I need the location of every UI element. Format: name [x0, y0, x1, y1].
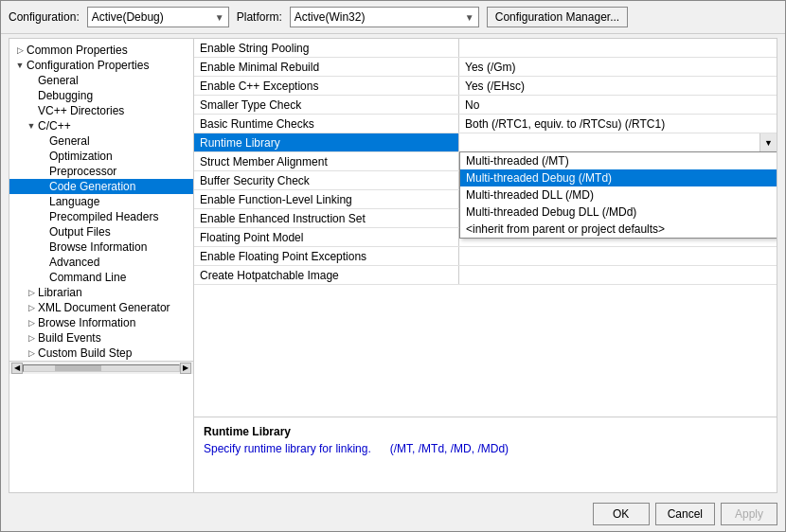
tree-item-common-props[interactable]: ▷Common Properties	[9, 43, 193, 58]
tree-panel: ▷Common Properties▼Configuration Propert…	[9, 39, 194, 492]
ok-button[interactable]: OK	[593, 503, 650, 525]
platform-combo[interactable]: Active(Win32) ▼	[290, 7, 479, 27]
apply-button[interactable]: Apply	[721, 503, 777, 525]
tree-item-custom-build[interactable]: ▷Custom Build Step	[9, 346, 193, 361]
tree-item-code-gen[interactable]: Code Generation	[9, 179, 193, 194]
expand-icon-browse-info: ▷	[25, 316, 38, 329]
prop-name-12: Create Hotpatchable Image	[194, 266, 459, 284]
prop-name-1: Enable Minimal Rebuild	[194, 58, 459, 76]
expand-icon-debugging	[25, 89, 38, 102]
bottom-bar: OK Cancel Apply	[1, 497, 785, 531]
tree-container: ▷Common Properties▼Configuration Propert…	[9, 43, 193, 361]
platform-arrow-icon: ▼	[465, 12, 474, 23]
tree-label-cpp: C/C++	[38, 119, 71, 133]
prop-value-1: Yes (/Gm)	[459, 58, 777, 76]
tree-label-browse-info-sub: Browse Information	[49, 240, 147, 254]
expand-icon-vc-dirs	[25, 104, 38, 117]
prop-row-3[interactable]: Smaller Type CheckNo	[194, 96, 777, 115]
tree-item-optimization[interactable]: Optimization	[9, 149, 193, 164]
prop-name-10: Floating Point Model	[194, 228, 459, 246]
tree-item-general[interactable]: General	[9, 73, 193, 88]
tree-item-xml-doc[interactable]: ▷XML Document Generator	[9, 300, 193, 315]
tree-label-preprocessor: Preprocessor	[49, 165, 116, 178]
tree-item-preprocessor[interactable]: Preprocessor	[9, 164, 193, 179]
scrollbar-track	[23, 364, 180, 372]
dropdown-option-1[interactable]: Multi-threaded Debug (/MTd)	[460, 169, 777, 186]
properties-table: Enable String PoolingEnable Minimal Rebu…	[194, 39, 777, 417]
info-desc-text: Specify runtime library for linking.	[204, 442, 371, 455]
tree-label-browse-info: Browse Information	[38, 316, 135, 329]
prop-name-9: Enable Enhanced Instruction Set	[194, 209, 459, 227]
tree-item-advanced[interactable]: Advanced	[9, 255, 193, 270]
expand-icon-cpp: ▼	[25, 119, 38, 133]
config-arrow-icon: ▼	[215, 12, 224, 23]
tree-label-language: Language	[49, 195, 99, 208]
tree-label-output-files: Output Files	[49, 225, 111, 239]
cancel-button[interactable]: Cancel	[655, 503, 715, 525]
prop-name-6: Struct Member Alignment	[194, 152, 459, 170]
right-panel: Enable String PoolingEnable Minimal Rebu…	[194, 39, 777, 492]
scroll-right-arrow[interactable]: ▶	[180, 363, 191, 374]
prop-value-4: Both (/RTC1, equiv. to /RTCsu) (/RTC1)	[459, 115, 777, 133]
prop-value-2: Yes (/EHsc)	[459, 77, 777, 95]
tree-item-language[interactable]: Language	[9, 194, 193, 209]
main-content: ▷Common Properties▼Configuration Propert…	[9, 38, 777, 493]
tree-item-cpp[interactable]: ▼C/C++	[9, 118, 193, 133]
tree-item-browse-info[interactable]: ▷Browse Information	[9, 315, 193, 330]
expand-icon-command-line	[36, 271, 49, 284]
tree-item-general2[interactable]: General	[9, 133, 193, 149]
tree-item-vc-dirs[interactable]: VC++ Directories	[9, 103, 193, 118]
toolbar: Configuration: Active(Debug) ▼ Platform:…	[1, 1, 785, 34]
dropdown-option-3[interactable]: Multi-threaded Debug DLL (/MDd)	[460, 204, 777, 221]
tree-label-config-props: Configuration Properties	[27, 59, 149, 72]
expand-icon-xml-doc: ▷	[25, 301, 38, 314]
prop-row-1[interactable]: Enable Minimal RebuildYes (/Gm)	[194, 58, 777, 77]
prop-name-7: Buffer Security Check	[194, 171, 459, 189]
tree-label-xml-doc: XML Document Generator	[38, 301, 170, 314]
dropdown-btn-5[interactable]: ▼	[759, 133, 777, 151]
tree-label-command-line: Command Line	[49, 271, 126, 284]
tree-item-debugging[interactable]: Debugging	[9, 88, 193, 103]
expand-icon-preprocessor	[36, 165, 49, 178]
expand-icon-common-props: ▷	[13, 44, 27, 57]
prop-row-2[interactable]: Enable C++ ExceptionsYes (/EHsc)	[194, 77, 777, 96]
prop-name-5: Runtime Library	[194, 133, 459, 151]
prop-name-2: Enable C++ Exceptions	[194, 77, 459, 95]
tree-item-config-props[interactable]: ▼Configuration Properties	[9, 58, 193, 73]
tree-label-debugging: Debugging	[38, 89, 93, 102]
prop-row-5[interactable]: Runtime LibraryMulti-threaded Debug (/MT…	[194, 133, 777, 152]
expand-icon-build-events: ▷	[25, 331, 38, 345]
scroll-left-arrow[interactable]: ◀	[11, 363, 23, 374]
tree-item-librarian[interactable]: ▷Librarian	[9, 285, 193, 300]
prop-row-12[interactable]: Create Hotpatchable Image	[194, 266, 777, 285]
dropdown-wrapper-5: Multi-threaded Debug (/MTd)▼Multi-thread…	[459, 133, 777, 151]
dropdown-option-2[interactable]: Multi-threaded DLL (/MD)	[460, 186, 777, 204]
expand-icon-code-gen	[36, 180, 49, 193]
config-label: Configuration:	[9, 10, 80, 24]
tree-item-build-events[interactable]: ▷Build Events	[9, 330, 193, 346]
dropdown-option-4[interactable]: <inherit from parent or project defaults…	[460, 221, 777, 238]
tree-item-precompiled[interactable]: Precompiled Headers	[9, 209, 193, 224]
dropdown-value-5: Multi-threaded Debug (/MTd)	[459, 133, 759, 151]
tree-item-browse-info-sub[interactable]: Browse Information	[9, 239, 193, 255]
expand-icon-optimization	[36, 150, 49, 163]
prop-name-8: Enable Function-Level Linking	[194, 190, 459, 208]
tree-item-output-files[interactable]: Output Files	[9, 224, 193, 239]
expand-icon-custom-build: ▷	[25, 346, 38, 360]
info-hint: (/MT, /MTd, /MD, /MDd)	[390, 442, 509, 455]
tree-item-command-line[interactable]: Command Line	[9, 270, 193, 285]
prop-row-4[interactable]: Basic Runtime ChecksBoth (/RTC1, equiv. …	[194, 115, 777, 133]
tree-label-librarian: Librarian	[38, 286, 82, 299]
platform-value: Active(Win32)	[295, 10, 465, 24]
tree-label-vc-dirs: VC++ Directories	[38, 104, 124, 117]
prop-value-0	[459, 39, 777, 57]
prop-row-11[interactable]: Enable Floating Point Exceptions	[194, 247, 777, 266]
config-combo[interactable]: Active(Debug) ▼	[87, 7, 229, 27]
prop-name-0: Enable String Pooling	[194, 39, 459, 57]
tree-scrollbar[interactable]: ◀ ▶	[9, 361, 193, 374]
platform-label: Platform:	[237, 10, 282, 24]
prop-row-0[interactable]: Enable String Pooling	[194, 39, 777, 58]
dropdown-option-0[interactable]: Multi-threaded (/MT)	[460, 152, 777, 169]
config-manager-button[interactable]: Configuration Manager...	[487, 7, 628, 27]
prop-name-11: Enable Floating Point Exceptions	[194, 247, 459, 265]
